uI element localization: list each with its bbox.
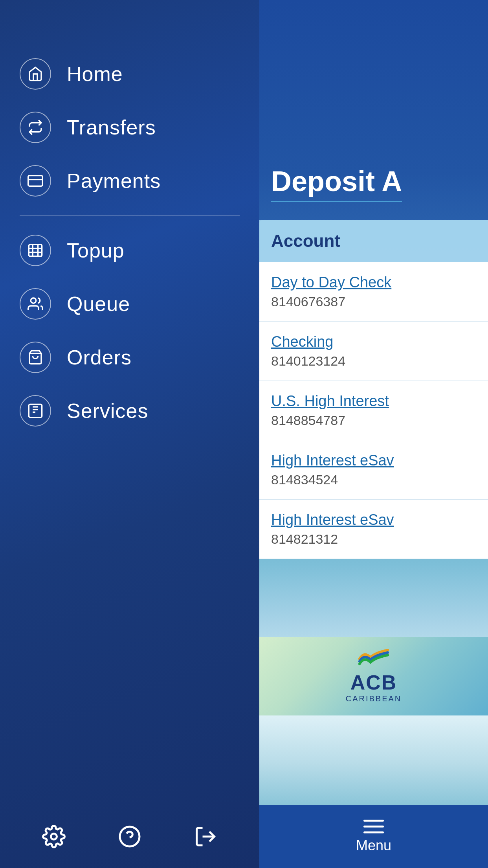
nav-section: Home Transfers Payments Topup <box>0 0 259 438</box>
transfers-icon <box>20 112 51 143</box>
orders-label: Orders <box>67 346 132 369</box>
sidebar: Home Transfers Payments Topup <box>0 0 259 868</box>
account-number-1: 8140676387 <box>271 294 476 309</box>
acb-name: ACB <box>350 671 397 694</box>
sidebar-item-services[interactable]: Services <box>0 384 259 438</box>
menu-button[interactable]: Menu <box>259 805 488 868</box>
account-name-2: Checking <box>271 333 476 350</box>
queue-icon <box>20 288 51 320</box>
services-label: Services <box>67 399 148 423</box>
payments-label: Payments <box>67 169 161 193</box>
services-icon <box>20 395 51 427</box>
menu-line-1 <box>363 820 384 822</box>
sidebar-item-topup[interactable]: Topup <box>0 224 259 277</box>
svg-point-9 <box>51 834 57 840</box>
menu-label: Menu <box>356 837 391 854</box>
accounts-header: Account <box>259 220 488 262</box>
deposit-header: Deposit A <box>259 165 488 197</box>
topup-label: Topup <box>67 239 125 262</box>
sidebar-item-home[interactable]: Home <box>0 47 259 101</box>
sidebar-item-transfers[interactable]: Transfers <box>0 101 259 154</box>
account-item-1[interactable]: Day to Day Check 8140676387 <box>259 262 488 322</box>
bottom-bar <box>0 805 259 868</box>
acb-section: ACB CARIBBEAN <box>259 637 488 715</box>
logout-button[interactable] <box>194 825 217 848</box>
nav-divider <box>20 215 240 216</box>
deposit-title: Deposit A <box>271 166 402 202</box>
payments-icon <box>20 165 51 197</box>
account-name-3: U.S. High Interest <box>271 393 476 410</box>
menu-lines-icon <box>363 820 384 833</box>
orders-icon <box>20 342 51 373</box>
account-number-4: 814834524 <box>271 472 476 487</box>
acb-checkmark-icon <box>358 649 389 669</box>
queue-label: Queue <box>67 292 130 316</box>
help-button[interactable] <box>118 825 141 848</box>
transfers-label: Transfers <box>67 116 156 139</box>
account-item-5[interactable]: High Interest eSav 814821312 <box>259 500 488 559</box>
sidebar-item-payments[interactable]: Payments <box>0 154 259 208</box>
account-number-3: 8148854787 <box>271 413 476 428</box>
svg-rect-0 <box>28 176 43 186</box>
acb-logo: ACB CARIBBEAN <box>346 649 402 703</box>
svg-point-3 <box>31 298 36 303</box>
account-name-4: High Interest eSav <box>271 452 476 469</box>
home-icon <box>20 58 51 90</box>
sidebar-item-orders[interactable]: Orders <box>0 331 259 384</box>
accounts-header-text: Account <box>271 231 340 250</box>
acb-subtitle: CARIBBEAN <box>346 694 402 703</box>
account-number-2: 8140123124 <box>271 353 476 369</box>
menu-line-3 <box>363 831 384 833</box>
account-name-1: Day to Day Check <box>271 274 476 291</box>
topup-icon <box>20 235 51 266</box>
account-number-5: 814821312 <box>271 531 476 547</box>
account-item-3[interactable]: U.S. High Interest 8148854787 <box>259 381 488 440</box>
home-label: Home <box>67 62 123 86</box>
settings-button[interactable] <box>42 825 66 848</box>
svg-rect-2 <box>29 245 42 256</box>
menu-line-2 <box>363 826 384 828</box>
accounts-panel: Account Day to Day Check 8140676387 Chec… <box>259 220 488 559</box>
account-name-5: High Interest eSav <box>271 511 476 528</box>
account-item-4[interactable]: High Interest eSav 814834524 <box>259 440 488 500</box>
sidebar-item-queue[interactable]: Queue <box>0 277 259 331</box>
account-item-2[interactable]: Checking 8140123124 <box>259 322 488 381</box>
